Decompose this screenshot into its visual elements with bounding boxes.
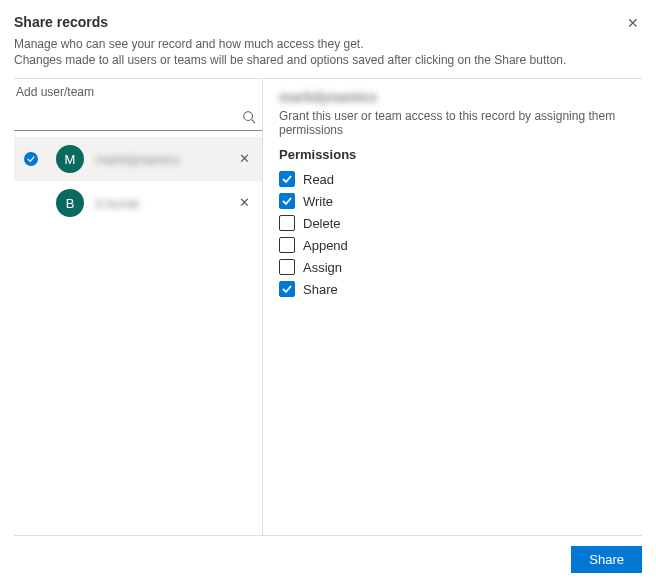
checkbox-icon <box>279 259 295 275</box>
remove-user-button[interactable]: ✕ <box>234 149 254 169</box>
share-button[interactable]: Share <box>571 546 642 573</box>
grant-access-text: Grant this user or team access to this r… <box>279 109 630 137</box>
user-row[interactable]: M markdynamics ✕ <box>14 137 262 181</box>
close-icon: ✕ <box>239 151 250 166</box>
dialog-body: Add user/team M <box>14 78 642 536</box>
permission-label: Append <box>303 238 348 253</box>
checkbox-icon <box>279 171 295 187</box>
permissions-list: Read Write Delete Append <box>279 168 630 300</box>
search-button[interactable] <box>240 108 258 126</box>
selected-dot-icon <box>24 152 38 166</box>
search-row <box>14 103 262 131</box>
user-row[interactable]: B b.burak ✕ <box>14 181 262 225</box>
permission-share[interactable]: Share <box>279 278 630 300</box>
permission-label: Assign <box>303 260 342 275</box>
permission-append[interactable]: Append <box>279 234 630 256</box>
permission-delete[interactable]: Delete <box>279 212 630 234</box>
remove-user-button[interactable]: ✕ <box>234 193 254 213</box>
checkbox-icon <box>279 193 295 209</box>
user-panel: Add user/team M <box>14 79 263 535</box>
permission-label: Write <box>303 194 333 209</box>
permission-label: Delete <box>303 216 341 231</box>
checkbox-icon <box>279 215 295 231</box>
search-input[interactable] <box>14 103 262 130</box>
selected-user-name: markdynamics <box>279 89 630 105</box>
dialog-footer: Share <box>14 536 642 573</box>
dialog-title: Share records <box>14 14 108 30</box>
close-button[interactable]: ✕ <box>624 14 642 32</box>
user-name: markdynamics <box>96 152 234 167</box>
search-icon <box>242 110 256 124</box>
avatar: M <box>56 145 84 173</box>
dialog-header: Share records ✕ <box>14 14 642 36</box>
permissions-heading: Permissions <box>279 147 630 162</box>
checkbox-icon <box>279 237 295 253</box>
share-records-dialog: Share records ✕ Manage who can see your … <box>0 0 656 587</box>
close-icon: ✕ <box>627 15 639 31</box>
user-list: M markdynamics ✕ B b.burak ✕ <box>14 137 262 225</box>
dialog-description: Manage who can see your record and how m… <box>14 36 642 68</box>
user-name: b.burak <box>96 196 234 211</box>
close-icon: ✕ <box>239 195 250 210</box>
permissions-panel: markdynamics Grant this user or team acc… <box>263 79 642 535</box>
svg-line-1 <box>252 120 256 124</box>
avatar: B <box>56 189 84 217</box>
description-line-2: Changes made to all users or teams will … <box>14 53 566 67</box>
selection-indicator <box>22 152 40 166</box>
permission-assign[interactable]: Assign <box>279 256 630 278</box>
permission-label: Share <box>303 282 338 297</box>
add-user-label: Add user/team <box>14 79 262 103</box>
svg-point-0 <box>244 112 253 121</box>
permission-label: Read <box>303 172 334 187</box>
permission-read[interactable]: Read <box>279 168 630 190</box>
permission-write[interactable]: Write <box>279 190 630 212</box>
description-line-1: Manage who can see your record and how m… <box>14 37 364 51</box>
checkbox-icon <box>279 281 295 297</box>
